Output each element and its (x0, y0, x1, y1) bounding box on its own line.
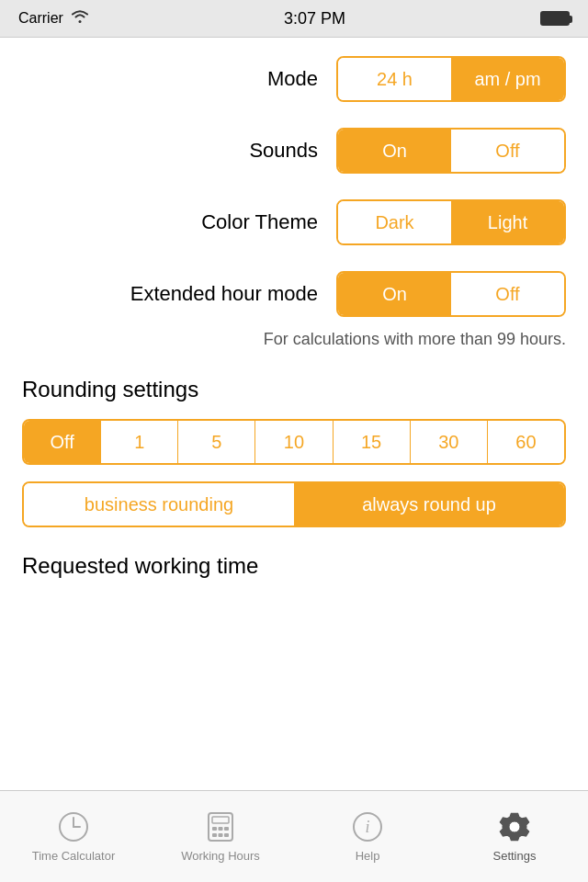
mode-label: Mode (267, 67, 318, 91)
svg-rect-5 (212, 827, 217, 831)
color-theme-label: Color Theme (201, 210, 318, 234)
battery-display (540, 11, 570, 26)
rounding-section: Rounding settings Off 1 5 10 15 30 60 bu… (22, 377, 566, 527)
svg-point-13 (509, 821, 520, 832)
theme-light-button[interactable]: Light (451, 201, 564, 243)
extended-hour-segmented[interactable]: On Off (336, 271, 566, 317)
carrier-info: Carrier (18, 9, 89, 28)
extended-on-button[interactable]: On (338, 273, 451, 315)
round-1[interactable]: 1 (101, 421, 178, 463)
extended-hour-hint: For calculations with more than 99 hours… (22, 328, 566, 351)
gear-icon (498, 810, 531, 843)
tab-working-hours-label: Working Hours (181, 849, 260, 863)
time-display: 3:07 PM (284, 9, 345, 28)
tab-help-label: Help (356, 849, 380, 863)
round-60[interactable]: 60 (488, 421, 564, 463)
round-10[interactable]: 10 (255, 421, 333, 463)
rounding-title: Rounding settings (22, 377, 566, 402)
svg-text:i: i (365, 818, 369, 836)
theme-dark-button[interactable]: Dark (338, 201, 451, 243)
mode-row: Mode 24 h am / pm (22, 56, 566, 102)
requested-title: Requested working time (22, 553, 566, 579)
calculator-icon (204, 810, 237, 843)
rounding-values[interactable]: Off 1 5 10 15 30 60 (22, 419, 566, 465)
extended-hour-label: Extended hour mode (130, 282, 318, 306)
sounds-segmented[interactable]: On Off (336, 128, 566, 174)
svg-rect-10 (224, 833, 229, 837)
color-theme-row: Color Theme Dark Light (22, 199, 566, 245)
always-round-up-button[interactable]: always round up (294, 483, 564, 526)
color-theme-segmented[interactable]: Dark Light (336, 199, 566, 245)
mode-segmented[interactable]: 24 h am / pm (336, 56, 566, 102)
svg-rect-9 (219, 833, 223, 837)
wifi-icon (71, 9, 89, 28)
tab-time-calculator[interactable]: Time Calculator (0, 791, 147, 882)
main-content: Mode 24 h am / pm Sounds On Off Color Th… (0, 38, 588, 791)
extended-hour-row: Extended hour mode On Off (22, 271, 566, 317)
tab-help[interactable]: i Help (294, 791, 441, 882)
mode-option-24h[interactable]: 24 h (338, 58, 451, 100)
sounds-label: Sounds (249, 139, 318, 163)
battery-icon (540, 11, 570, 26)
tab-settings-label: Settings (493, 849, 537, 863)
extended-off-button[interactable]: Off (451, 273, 564, 315)
round-off[interactable]: Off (24, 421, 101, 463)
round-15[interactable]: 15 (334, 421, 411, 463)
carrier-label: Carrier (18, 10, 63, 27)
tab-time-calculator-label: Time Calculator (32, 849, 116, 863)
svg-rect-4 (212, 817, 229, 823)
clock-icon (57, 810, 90, 843)
svg-rect-6 (219, 827, 223, 831)
mode-option-ampm[interactable]: am / pm (451, 58, 564, 100)
requested-section: Requested working time (22, 553, 566, 579)
info-icon: i (351, 810, 384, 843)
tab-working-hours[interactable]: Working Hours (147, 791, 294, 882)
round-5[interactable]: 5 (178, 421, 255, 463)
svg-rect-8 (212, 833, 217, 837)
tab-settings[interactable]: Settings (441, 791, 588, 882)
sounds-row: Sounds On Off (22, 128, 566, 174)
sounds-on-button[interactable]: On (338, 130, 451, 172)
tab-bar: Time Calculator Working Hours i Hel (0, 790, 588, 882)
round-30[interactable]: 30 (411, 421, 488, 463)
sounds-off-button[interactable]: Off (451, 130, 564, 172)
business-rounding-button[interactable]: business rounding (24, 483, 294, 526)
status-bar: Carrier 3:07 PM (0, 0, 588, 37)
svg-rect-7 (224, 827, 229, 831)
rounding-type[interactable]: business rounding always round up (22, 481, 566, 527)
